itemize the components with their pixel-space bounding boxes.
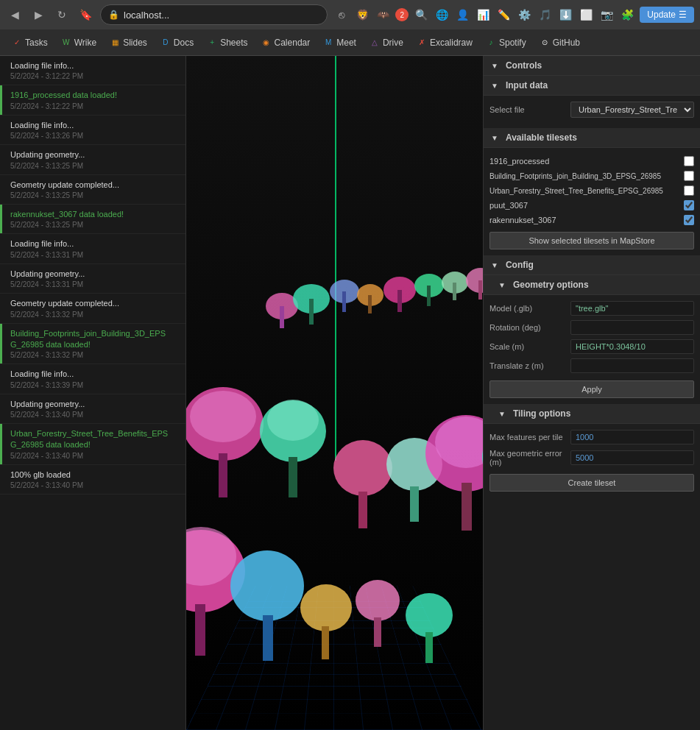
svg-point-10: [414, 274, 444, 297]
share-icon[interactable]: ⎋: [333, 7, 350, 23]
controls-chevron: ▼: [491, 62, 498, 70]
bookmark-docs[interactable]: D Docs: [155, 35, 199, 51]
search-icon[interactable]: 🔍: [413, 7, 429, 23]
rotation-row: Rotation (deg): [489, 320, 694, 335]
svg-rect-5: [342, 291, 346, 312]
scale-input[interactable]: [570, 339, 694, 354]
sheets-label: Sheets: [220, 38, 247, 48]
tileset-checkbox-1916[interactable]: [684, 156, 694, 166]
refresh-button[interactable]: ↻: [53, 6, 71, 24]
svg-rect-7: [368, 295, 372, 313]
create-tileset-button[interactable]: Create tileset: [489, 474, 694, 492]
log-entry-title: Updating geometry...: [10, 269, 178, 280]
log-entry: Loading file info...5/2/2024 - 3:13:31 P…: [0, 234, 185, 263]
bookmark-button[interactable]: 🔖: [77, 6, 94, 24]
log-entry-title: Loading file info...: [10, 60, 178, 71]
main-area: Loading file info...5/2/2024 - 3:12:22 P…: [0, 56, 700, 730]
calendar-icon: ◉: [261, 38, 272, 48]
docs-icon: D: [160, 38, 171, 48]
svg-rect-44: [195, 604, 205, 656]
svg-point-20: [186, 387, 264, 461]
scene-background: [186, 56, 483, 730]
rotation-input[interactable]: [570, 320, 694, 335]
section-header-controls[interactable]: ▼ Controls: [484, 56, 700, 76]
section-header-tilesets[interactable]: ▼ Available tilesets: [484, 128, 700, 148]
download-icon[interactable]: ⬇️: [557, 7, 573, 23]
translate-input[interactable]: [570, 358, 694, 373]
slides-label: Slides: [123, 38, 147, 48]
model-input[interactable]: [570, 301, 694, 316]
ext-icon2[interactable]: 🌐: [434, 7, 450, 23]
tilesets-chevron: ▼: [491, 134, 498, 142]
settings-icon[interactable]: ⚙️: [516, 7, 532, 23]
log-entry: rakennukset_3067 data loaded!5/2/2024 - …: [0, 205, 185, 234]
log-entry-time: 5/2/2024 - 3:12:22 PM: [10, 72, 178, 80]
vertical-line: [335, 56, 336, 461]
max-features-input[interactable]: [570, 430, 694, 444]
section-header-geometry[interactable]: ▼ Geometry options: [484, 275, 700, 295]
bookmark-calendar[interactable]: ◉ Calendar: [255, 35, 317, 51]
tileset-checkbox-building[interactable]: [684, 171, 694, 181]
github-icon: ⊙: [540, 38, 550, 48]
svg-point-43: [186, 527, 236, 586]
scale-row: Scale (m): [489, 339, 694, 354]
log-entry-title: Loading file info...: [10, 369, 178, 380]
log-entry-title: rakennukset_3067 data loaded!: [10, 209, 178, 220]
controls-title: Controls: [506, 60, 542, 71]
ext-icon1[interactable]: 2: [395, 8, 409, 21]
apply-button[interactable]: Apply: [489, 380, 694, 398]
select-file-dropdown[interactable]: Urban_Forestry_Street_Tre: [570, 102, 694, 118]
spotify-label: Spotify: [499, 38, 526, 48]
bookmark-slides[interactable]: ▦ Slides: [104, 35, 153, 51]
max-error-input[interactable]: [570, 450, 694, 465]
bookmark-github[interactable]: ⊙ GitHub: [534, 35, 586, 51]
wrike-label: Wrike: [74, 38, 96, 48]
brave-icon[interactable]: 🦁: [354, 7, 370, 23]
tasks-icon: ✓: [12, 38, 22, 48]
ext-icon4[interactable]: 📊: [475, 7, 491, 23]
svg-point-21: [190, 391, 256, 442]
log-entry-time: 5/2/2024 - 3:13:40 PM: [10, 452, 178, 460]
section-header-config[interactable]: ▼ Config: [484, 255, 700, 275]
tileset-checkbox-rakennukset[interactable]: [684, 215, 694, 225]
address-bar[interactable]: 🔒 localhost...: [100, 4, 328, 25]
bat-icon[interactable]: 🦇: [375, 7, 391, 23]
svg-point-42: [186, 530, 245, 612]
bookmark-wrike[interactable]: W Wrike: [55, 35, 102, 51]
bookmark-drive[interactable]: △ Drive: [364, 35, 409, 51]
max-features-row: Max features per tile: [489, 430, 694, 444]
svg-rect-27: [358, 492, 367, 528]
tileset-checkbox-urban[interactable]: [684, 185, 694, 196]
window-icon[interactable]: ⬜: [578, 7, 594, 23]
bookmark-excalidraw[interactable]: ✗ Excalidraw: [411, 35, 478, 51]
forward-button[interactable]: ▶: [29, 6, 47, 24]
geometry-title: Geometry options: [513, 280, 589, 290]
update-button[interactable]: Update ☰: [640, 7, 694, 23]
section-header-input-data[interactable]: ▼ Input data: [484, 76, 700, 96]
svg-point-30: [425, 415, 483, 492]
svg-rect-15: [478, 280, 482, 300]
log-entry: 1916_processed data loaded!5/2/2024 - 3:…: [0, 85, 185, 115]
svg-rect-32: [462, 483, 472, 531]
pen-icon[interactable]: ✏️: [495, 7, 512, 23]
log-entry: Updating geometry...5/2/2024 - 3:13:25 P…: [0, 145, 185, 174]
extension-icon[interactable]: 🧩: [619, 7, 635, 23]
music-icon[interactable]: 🎵: [537, 7, 553, 23]
security-icon: 🔒: [108, 10, 119, 20]
bookmark-sheets[interactable]: + Sheets: [201, 35, 253, 51]
section-header-tiling[interactable]: ▼ Tiling options: [484, 404, 700, 424]
log-entry-title: Geometry update completed...: [10, 298, 178, 309]
log-entry-time: 5/2/2024 - 3:12:22 PM: [10, 102, 178, 110]
tileset-checkbox-puut[interactable]: [684, 200, 694, 210]
ext-icon3[interactable]: 👤: [454, 7, 470, 23]
bookmark-tasks[interactable]: ✓ Tasks: [6, 35, 54, 51]
translate-label: Translate z (m): [489, 361, 570, 370]
screenshot-icon[interactable]: 📷: [598, 7, 615, 23]
show-tilesets-button[interactable]: Show selected tilesets in MapStore: [489, 232, 694, 249]
back-button[interactable]: ◀: [6, 6, 24, 24]
log-entry-title: Updating geometry...: [10, 399, 178, 410]
bookmark-spotify[interactable]: ♪ Spotify: [480, 35, 532, 51]
rotation-value: [570, 320, 694, 335]
browser-actions: ⎋ 🦁 🦇 2 🔍 🌐 👤 📊 ✏️ ⚙️ 🎵 ⬇️ ⬜ 📷 🧩 Update …: [333, 7, 694, 23]
bookmark-meet[interactable]: M Meet: [317, 35, 362, 51]
